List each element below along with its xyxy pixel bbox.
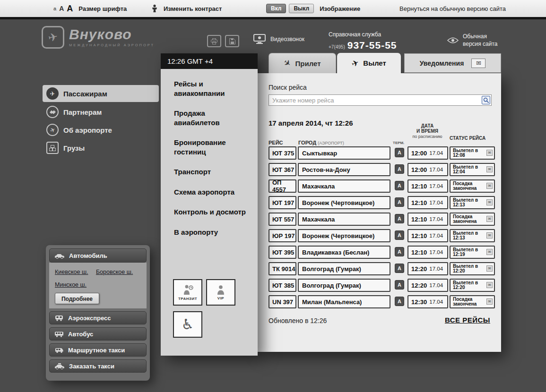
status-notify-icon[interactable]: ✉ [486,216,493,222]
more-details-button[interactable]: Подробнее [55,293,99,304]
board-date-heading: 17 апреля 2014, чт 12:26 [269,119,353,127]
flight-number[interactable]: ЮТ 367 [269,163,296,176]
transport-item-order-taxi[interactable]: Заказать такси [49,359,147,373]
sidebar-item-cargo[interactable]: Грузы [43,139,159,156]
status-notify-icon[interactable]: ✉ [486,282,493,288]
vnukovo-logo[interactable]: ✈ Внуково МЕЖДУНАРОДНЫЙ АЭРОПОРТ [42,26,155,49]
font-size-medium-button[interactable]: А [59,5,64,12]
status-notify-icon[interactable]: ✉ [486,150,493,156]
tab-departures[interactable]: ✈ Вылет [337,53,401,73]
flight-time: 12:2017.04 [407,262,448,275]
status-notify-icon[interactable]: ✉ [486,298,493,305]
flight-number[interactable]: UN 397 [269,295,296,308]
flight-time: 12:1017.04 [407,196,448,209]
column-header-city-note: (АЭРОПОРТ) [318,141,344,145]
logo-subtitle: МЕЖДУНАРОДНЫЙ АЭРОПОРТ [69,43,155,47]
flight-number[interactable]: ЮР 197 [269,229,296,242]
flight-city[interactable]: Волгоград (Гумрак) [298,262,390,275]
flight-row: ЮТ 197 Воронеж (Чертовицкое) A 12:1017.0… [258,196,501,213]
transport-item-car[interactable]: Автомобиль [49,248,147,263]
flight-status: Вылетел в 12:13✉ [450,229,495,242]
sidebar-item-label: Пассажирам [63,90,107,98]
status-notify-icon[interactable]: ✉ [486,183,493,189]
wheelchair-service-button[interactable]: ♿ [173,311,202,338]
highway-link-kievskoe[interactable]: Киевское ш. [55,269,88,275]
highway-link-borovskoe[interactable]: Боровское ш. [96,269,133,275]
highway-link-minskoe[interactable]: Минское ш. [55,281,87,288]
flight-row: ЮТ 557 Махачкала A 12:1017.04 Посадка за… [258,213,501,229]
quick-menu-panel: 12:26 GMT +4 Рейсы и авиакомпании Продаж… [161,53,258,356]
flight-number[interactable]: ЮТ 197 [269,196,296,209]
transport-item-label: Заказать такси [69,363,114,370]
tab-arrivals[interactable]: ✈ Прилет [269,53,336,73]
flight-city[interactable]: Милан (Мальпенса) [298,295,390,308]
flight-city[interactable]: Владикавказ (Беслан) [298,246,390,259]
flight-time: 12:0017.04 [407,163,448,176]
transit-service-button[interactable]: ТРАНЗИТ [173,279,202,306]
flight-city[interactable]: Волгоград (Гумрак) [298,279,390,292]
board-updated-label: Обновлено в 12:26 [269,317,327,324]
video-call-link[interactable]: Видеозвонок [253,34,304,44]
flight-status: Посадка закончена✉ [450,295,495,308]
terminal-badge: A [395,148,404,157]
flight-search-input[interactable] [269,94,492,106]
menu-item-ticket-sales[interactable]: Продажа авиабилетов [174,109,249,127]
column-header-terminal: ТЕРМ. [393,141,404,145]
status-notify-icon[interactable]: ✉ [486,232,493,239]
flight-city[interactable]: Махачкала [298,213,390,226]
video-call-label: Видеозвонок [270,36,304,43]
images-off-button[interactable]: Выкл [289,4,314,13]
flight-city[interactable]: Махачкала [298,179,390,193]
sidebar-item-about-airport[interactable]: ✈ Об аэропорте [43,121,159,138]
flight-number[interactable]: ЮТ 385 [269,279,296,292]
status-notify-icon[interactable]: ✉ [486,249,493,255]
status-notify-icon[interactable]: ✉ [486,166,493,172]
flight-row: ЮТ 375 Сыктывкар A 12:0017.04 Вылетел в … [258,146,501,163]
highway-links-box: Киевское ш. Боровское ш. Минское ш. Подр… [49,263,147,308]
flight-row: ТК 9014 Волгоград (Гумрак) A 12:2017.04 … [258,262,501,279]
images-on-button[interactable]: Вкл [266,4,286,13]
flight-city[interactable]: Воронеж (Чертовицкое) [298,196,390,209]
flight-number[interactable]: ТК 9014 [269,262,296,275]
menu-item-hotel-booking[interactable]: Бронирование гостиниц [174,138,249,156]
info-service-label: Справочная служба [329,31,397,38]
font-size-small-button[interactable]: а [53,6,56,11]
flight-city[interactable]: Сыктывкар [298,146,390,160]
transport-item-shuttle[interactable]: Маршрутное такси [49,343,147,357]
sidebar-item-partners[interactable]: Партнерам [43,103,159,120]
search-button[interactable] [482,96,490,104]
all-flights-link[interactable]: ВСЕ РЕЙСЫ [445,316,490,324]
flight-number[interactable]: ЮТ 375 [269,146,296,160]
vip-service-button[interactable]: VIP [206,279,235,306]
font-size-large-button[interactable]: А [67,4,73,13]
flight-time: 12:3017.04 [407,295,448,308]
flight-number[interactable]: ОП 4557 [269,179,296,193]
menu-item-control-screening[interactable]: Контроль и досмотр [174,207,249,217]
menu-item-at-airport[interactable]: В аэропорту [174,228,249,237]
menu-item-transport[interactable]: Транспорт [174,167,249,177]
flight-time: 12:2017.04 [407,279,448,292]
flight-number[interactable]: ЮТ 395 [269,246,296,259]
save-icon[interactable] [225,35,239,47]
contrast-controls[interactable]: Изменить контраст [151,0,222,17]
sidebar-item-passengers[interactable]: ✈ Пассажирам [43,85,159,102]
flight-city[interactable]: Воронеж (Чертовицкое) [298,229,390,242]
print-icon[interactable] [207,35,221,47]
notifications-button[interactable]: Уведомления ✉ [404,53,501,73]
car-icon [54,253,65,259]
flight-row: ЮТ 367 Ростов-на-Дону A 12:0017.04 Вылет… [258,163,501,179]
menu-item-airport-map[interactable]: Схема аэропорта [174,187,249,197]
transport-item-bus[interactable]: Автобус [49,327,147,341]
logo-name: Внуково [69,27,155,42]
terminal-badge: A [395,181,404,190]
passengers-icon: ✈ [46,87,59,100]
flight-row: UN 397 Милан (Мальпенса) A 12:3017.04 По… [258,295,501,312]
transport-item-aeroexpress[interactable]: Аэроэкспресс [49,311,147,324]
status-notify-icon[interactable]: ✉ [486,265,493,272]
back-to-normal-link[interactable]: Вернуться на обычную версию сайта [399,0,506,17]
menu-item-flights-airlines[interactable]: Рейсы и авиакомпании [174,79,249,98]
status-notify-icon[interactable]: ✉ [486,199,493,205]
flight-number[interactable]: ЮТ 557 [269,213,296,226]
flight-city[interactable]: Ростов-на-Дону [298,163,390,176]
normal-version-link[interactable]: Обычная версия сайта [447,33,506,48]
